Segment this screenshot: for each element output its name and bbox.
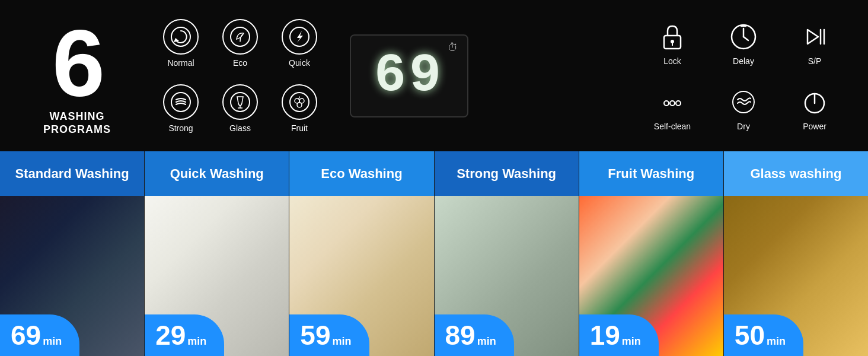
big-six: 6 (52, 15, 102, 110)
timer-unit-eco: min (333, 335, 352, 348)
display-panel: ⏱ 69 (350, 34, 468, 117)
program-fruit[interactable]: Fruit (273, 76, 326, 141)
sp-icon (799, 20, 831, 53)
timer-number-glass: 50 (735, 322, 765, 349)
timer-number-standard: 69 (11, 322, 41, 349)
wash-column-eco: Eco Washing 59 min (289, 151, 434, 356)
svg-point-25 (676, 101, 681, 106)
control-power[interactable]: Power (779, 76, 850, 141)
selfclean-icon (656, 85, 689, 118)
wash-column-standard: Standard Washing 69 min (0, 151, 145, 356)
selfclean-label: Self-clean (654, 122, 691, 131)
programs-section: Normal Eco Quick (154, 11, 326, 141)
fruit-icon (282, 84, 317, 120)
wash-image-strong: 89 min (435, 196, 579, 356)
dry-label: Dry (737, 122, 750, 131)
wash-timer-glass: 50 min (724, 314, 803, 356)
dry-icon (727, 85, 760, 118)
top-panel: 6 WASHING PROGRAMS Normal (0, 0, 868, 151)
timer-unit-fruit: min (622, 335, 641, 348)
svg-point-0 (171, 27, 190, 46)
clock-icon: ⏱ (448, 42, 458, 54)
wash-column-glass: Glass washing 50 min (724, 151, 868, 356)
timer-unit-glass: min (767, 335, 786, 348)
eco-icon (222, 19, 258, 55)
power-label: Power (803, 122, 826, 131)
timer-number-fruit: 19 (590, 322, 620, 349)
program-strong[interactable]: Strong (154, 76, 208, 141)
timer-unit-strong: min (477, 335, 496, 348)
display-number: 69 (374, 46, 444, 106)
normal-label: Normal (167, 58, 194, 68)
control-dry[interactable]: Dry (708, 76, 779, 141)
svg-point-23 (664, 101, 669, 106)
timer-unit-standard: min (43, 335, 62, 348)
svg-point-24 (670, 101, 675, 106)
svg-point-12 (297, 103, 302, 107)
wash-header-standard: Standard Washing (0, 151, 144, 196)
wash-image-quick: 29 min (145, 196, 289, 356)
strong-icon (163, 84, 199, 120)
program-glass[interactable]: Glass (213, 76, 267, 141)
wash-column-strong: Strong Washing 89 min (435, 151, 579, 356)
wash-header-fruit: Fruit Washing (579, 151, 723, 196)
wash-image-standard: 69 min (0, 196, 144, 356)
wash-header-eco: Eco Washing (289, 151, 433, 196)
wash-image-fruit: 19 min (579, 196, 723, 356)
wash-header-quick: Quick Washing (145, 151, 289, 196)
wash-header-strong: Strong Washing (435, 151, 579, 196)
svg-line-18 (743, 37, 748, 40)
svg-marker-4 (297, 31, 303, 43)
program-quick[interactable]: Quick (273, 11, 326, 76)
wash-image-glass: 50 min (724, 196, 868, 356)
wash-timer-fruit: 19 min (579, 314, 659, 356)
controls-section: Lock Delay S/P (637, 11, 850, 141)
control-delay[interactable]: Delay (708, 11, 779, 76)
control-selfclean[interactable]: Self-clean (637, 76, 708, 141)
delay-label: Delay (733, 56, 754, 66)
timer-unit-quick: min (187, 335, 206, 348)
lock-label: Lock (663, 56, 681, 66)
svg-point-14 (671, 40, 674, 43)
bottom-panel: Standard Washing 69 min Quick Washing 29… (0, 151, 868, 356)
timer-number-eco: 59 (300, 322, 330, 349)
timer-number-strong: 89 (445, 322, 476, 349)
power-icon (799, 85, 831, 118)
number-section: 6 WASHING PROGRAMS (18, 15, 148, 136)
program-eco[interactable]: Eco (213, 11, 267, 76)
svg-point-2 (231, 27, 250, 46)
control-lock[interactable]: Lock (637, 11, 708, 76)
washing-programs-label: WASHING PROGRAMS (43, 110, 111, 136)
normal-icon (163, 19, 199, 55)
quick-label: Quick (289, 58, 310, 68)
timer-number-quick: 29 (155, 322, 186, 349)
glass-label: Glass (229, 123, 251, 133)
delay-icon (727, 20, 760, 53)
quick-icon (282, 19, 317, 55)
program-normal[interactable]: Normal (154, 11, 208, 76)
svg-marker-1 (174, 38, 179, 42)
wash-timer-strong: 89 min (435, 314, 514, 356)
fruit-label: Fruit (291, 123, 308, 133)
svg-point-6 (231, 93, 250, 112)
glass-icon (222, 84, 258, 120)
svg-marker-20 (808, 30, 818, 44)
eco-label: Eco (233, 58, 247, 68)
wash-column-quick: Quick Washing 29 min (145, 151, 289, 356)
wash-header-glass: Glass washing (724, 151, 868, 196)
svg-point-5 (171, 93, 190, 112)
wash-image-eco: 59 min (289, 196, 433, 356)
control-sp[interactable]: S/P (779, 11, 850, 76)
wash-timer-eco: 59 min (289, 314, 369, 356)
wash-timer-quick: 29 min (145, 314, 224, 356)
wash-timer-standard: 69 min (0, 314, 79, 356)
lock-icon (656, 20, 689, 53)
strong-label: Strong (168, 123, 193, 133)
sp-label: S/P (808, 56, 822, 66)
wash-column-fruit: Fruit Washing 19 min (579, 151, 724, 356)
